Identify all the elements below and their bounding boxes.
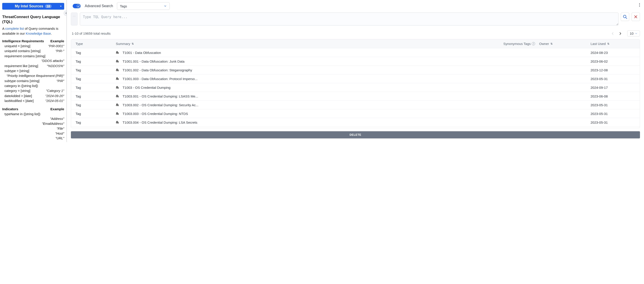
next-page-button[interactable] [618, 31, 623, 36]
summary-text: T1003.001 - OS Credential Dumping: LSASS… [122, 94, 198, 98]
tql-title: ThreatConnect Query Language (TQL) [2, 14, 64, 24]
tql-row: typeName in ([string list]) [2, 112, 64, 116]
section-title: Indicators [2, 107, 18, 111]
attack-icon: & [116, 103, 119, 107]
tql-command: category = [string] [4, 88, 30, 93]
table-row[interactable]: Tag&T1001.003 - Data Obfuscation: Protoc… [71, 74, 640, 83]
sort-icon [550, 42, 553, 45]
chevron-left-icon [611, 32, 614, 35]
results-bar: 1-10 of 19659 total results 10 [71, 30, 640, 36]
collapse-sidebar-button[interactable] [64, 10, 67, 16]
intel-sources-label: My Intel Sources [15, 4, 43, 8]
cell-lastused: 2023-06-02 [590, 60, 635, 63]
table-row[interactable]: Tag&T1001 - Data Obfuscation2024-08-23 [71, 48, 640, 57]
tql-row: lastModified < [date]"2024-05-01" [2, 98, 64, 103]
query-row: — [71, 12, 640, 26]
tql-example: "DDOS attacks" [2, 58, 64, 64]
tql-command: subtype = [string] [4, 68, 29, 73]
table-row[interactable]: Tag&T1001.002 - Data Obfuscation: Stegan… [71, 66, 640, 74]
tql-row: uniqueId = [string]"PIR-0001" [2, 44, 64, 48]
caret-down-icon [60, 4, 62, 8]
cell-summary: &T1003.003 - OS Credential Dumping: NTDS [116, 111, 503, 116]
cell-summary: &T1003.001 - OS Credential Dumping: LSAS… [116, 94, 503, 98]
svg-point-0 [639, 3, 640, 4]
table-row[interactable]: Tag&T1003.002 - OS Credential Dumping: S… [71, 100, 640, 109]
attack-icon: & [116, 85, 119, 90]
table-row[interactable]: Tag&T1003.005 - OS Credential Dumping: C… [71, 126, 640, 128]
tql-command: uniqueId = [string] [4, 44, 30, 48]
delete-button[interactable]: DELETE [71, 131, 640, 138]
tql-row: uniqueId contains [string]"PIR-" [2, 48, 64, 54]
search-icon [622, 14, 628, 19]
tql-example: "Host" [2, 131, 64, 136]
tql-command: lastModified < [date] [4, 98, 34, 103]
cell-summary: &T1001.002 - Data Obfuscation: Steganogr… [116, 68, 503, 72]
cell-type: Tag [76, 120, 116, 124]
table-row[interactable]: Tag&T1003.001 - OS Credential Dumping: L… [71, 92, 640, 100]
col-summary-header[interactable]: Summary [116, 42, 503, 46]
search-mode-bar: Advanced Search Tags [73, 2, 640, 10]
attack-icon: & [116, 111, 119, 116]
clear-query-button[interactable] [632, 12, 640, 21]
attack-icon: & [116, 94, 119, 98]
tql-example: "PIR-" [56, 48, 64, 54]
entity-type-dropdown[interactable]: Tags [117, 2, 170, 10]
dropdown-value: Tags [120, 4, 127, 8]
complete-list-link[interactable]: complete list [5, 26, 24, 30]
cell-lastused: 2023-12-08 [590, 68, 635, 72]
tql-example: "Address" [2, 116, 64, 122]
cell-lastused: 2023-06-08 [590, 94, 635, 98]
cell-type: Tag [76, 60, 116, 63]
summary-text: T1003.004 - OS Credential Dumping: LSA S… [122, 120, 197, 124]
table-row[interactable]: Tag&T1003 - OS Credential Dumping2024-09… [71, 83, 640, 92]
tql-row: category in ([string list]) [2, 84, 64, 88]
tql-command: dateAdded > [date] [4, 94, 32, 98]
tql-command: typeName in ([string list]) [4, 112, 40, 116]
chevron-left-double-icon [65, 12, 67, 15]
table-row[interactable]: Tag&T1001.001 - Data Obfuscation: Junk D… [71, 57, 640, 66]
cell-type: Tag [76, 51, 116, 54]
tql-command: requirement contains [string] [4, 54, 46, 58]
col-lastused-header[interactable]: Last Used [590, 42, 635, 46]
page-size-select[interactable]: 10 [627, 30, 640, 36]
cell-type: Tag [76, 77, 116, 81]
svg-point-2 [639, 6, 640, 6]
tql-row: dateAdded > [date]"2024-09-20" [2, 94, 64, 98]
info-icon: i [532, 42, 535, 46]
prev-page-button[interactable] [610, 31, 616, 36]
page-size-value: 10 [630, 32, 634, 35]
tql-query-input[interactable] [80, 12, 618, 26]
cell-lastused: 2023-05-31 [590, 77, 635, 81]
intel-sources-button[interactable]: My Intel Sources 18 [2, 3, 64, 10]
run-query-button[interactable] [621, 12, 629, 21]
more-options-button[interactable] [637, 2, 642, 8]
col-synonymous-header[interactable]: Synonymous Tags i [503, 42, 539, 46]
summary-text: T1001.002 - Data Obfuscation: Steganogra… [122, 68, 192, 72]
cell-lastused: 2023-05-31 [590, 112, 635, 116]
table-row[interactable]: Tag&T1003.003 - OS Credential Dumping: N… [71, 109, 640, 118]
pager: 10 [610, 30, 640, 36]
tql-reference: Intelligence Requirements Example unique… [2, 39, 64, 141]
tql-row: subtype contains [string]"PIR" [2, 78, 64, 84]
summary-text: T1001 - Data Obfuscation [122, 51, 161, 54]
tql-row: requirement contains [string] [2, 54, 64, 58]
col-owner-header[interactable]: Owner [539, 42, 590, 46]
summary-text: T1003 - OS Credential Dumping [122, 86, 170, 90]
tql-example: "2024-09-20" [46, 94, 64, 98]
sidebar: My Intel Sources 18 ThreatConnect Query … [0, 0, 67, 142]
cell-type: Tag [76, 94, 116, 98]
sort-icon [607, 42, 610, 45]
check-icon [77, 5, 80, 7]
advanced-search-label: Advanced Search [85, 4, 113, 8]
tql-command: requirement like [string] [4, 64, 38, 68]
tql-example: "Priority Intelligence Requirement (PIR)… [2, 74, 64, 78]
knowledge-base-link[interactable]: Knowledge Base [26, 32, 51, 35]
close-icon [634, 15, 638, 19]
summary-text: T1001.003 - Data Obfuscation: Protocol I… [122, 77, 198, 81]
advanced-search-toggle[interactable] [73, 4, 81, 8]
col-type-header[interactable]: Type [76, 42, 116, 46]
tql-example: "File" [2, 126, 64, 131]
attack-icon: & [116, 50, 119, 55]
kebab-icon [639, 3, 640, 7]
table-row[interactable]: Tag&T1003.004 - OS Credential Dumping: L… [71, 118, 640, 126]
